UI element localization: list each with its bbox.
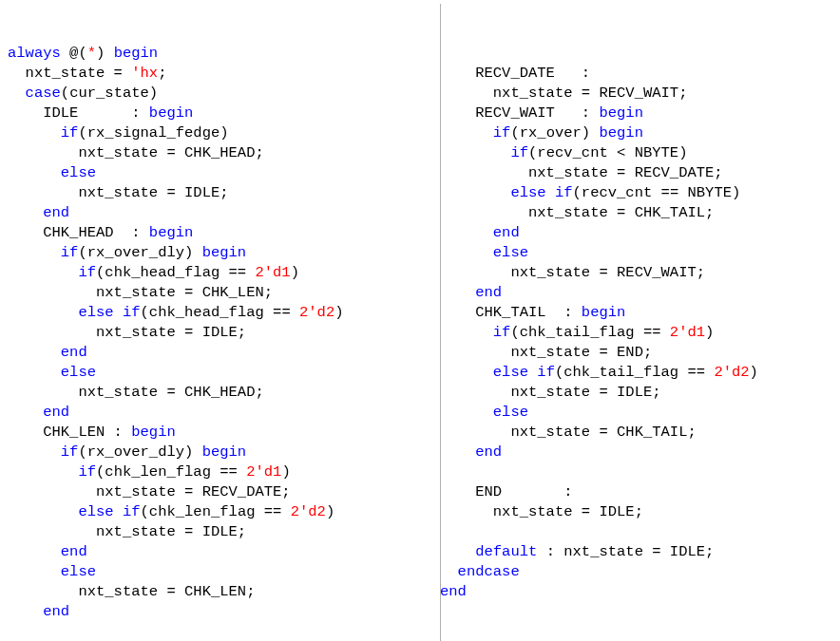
code-line: end [8,203,430,223]
code-block-left: always @(*) begin nxt_state = 'hx; case(… [8,44,430,622]
code-line: end [440,283,832,303]
code-line [440,462,832,482]
code-text: (recv_cnt < NBYTE) [528,144,687,161]
keyword: case [26,85,61,102]
number-literal: 2'd1 [670,324,705,341]
number-literal: 2'd2 [299,304,334,321]
code-text: nxt_state = IDLE; [8,324,246,341]
code-line: else if(chk_len_flag == 2'd2) [8,502,430,522]
keyword: if [61,124,79,141]
keyword: if [510,144,528,161]
code-text [8,364,61,381]
code-text [8,404,43,421]
code-line: nxt_state = CHK_LEN; [8,283,430,303]
code-line: if(rx_over) begin [440,123,832,143]
code-line: nxt_state = CHK_TAIL; [440,423,832,443]
keyword: if [123,304,141,321]
code-text: (chk_head_flag == [141,304,299,321]
code-line: end [8,542,430,562]
code-text: ) [96,45,114,62]
code-line: nxt_state = CHK_HEAD; [8,383,430,403]
keyword: else [61,364,96,381]
code-text [114,304,123,321]
keyword: end [61,543,87,560]
number-literal: 2'd1 [246,463,281,481]
code-text: (recv_cnt == NBYTE) [573,184,741,201]
code-line: if(rx_over_dly) begin [8,243,430,263]
code-text [8,304,78,321]
code-line: if(chk_head_flag == 2'd1) [8,263,430,283]
code-line: else if(chk_head_flag == 2'd2) [8,303,430,323]
keyword: begin [202,443,247,461]
code-line: IDLE : begin [8,104,430,123]
code-text [8,443,61,461]
keyword: if [555,184,573,201]
code-text: @( [61,45,87,62]
code-line: else [8,163,430,183]
keyword: else [493,364,528,381]
keyword: begin [131,424,176,441]
code-text [8,563,61,580]
code-text [8,85,26,102]
code-text: (chk_tail_flag == [555,364,714,381]
code-text: CHK_TAIL : [440,304,582,321]
keyword: end [43,404,69,421]
code-column-right: RECV_DATE : nxt_state = RECV_WAIT; RECV_… [440,4,832,641]
code-text: (cur_state) [61,85,158,102]
code-text [440,224,493,241]
number-literal: * [87,45,96,62]
code-line: else [440,403,832,423]
code-line: if(chk_len_flag == 2'd1) [8,462,430,482]
keyword: else [61,164,96,181]
code-text [8,543,61,560]
code-line: end [440,582,832,602]
keyword: begin [599,104,643,122]
keyword: if [61,443,79,461]
keyword: end [475,284,502,301]
code-text: (chk_len_flag == [141,503,291,520]
keyword: begin [114,45,159,62]
keyword: end [493,224,520,241]
code-text [440,364,493,381]
code-block-right: RECV_DATE : nxt_state = RECV_WAIT; RECV_… [440,64,832,602]
code-text [440,244,493,261]
code-text [440,124,493,141]
code-line: default : nxt_state = IDLE; [440,542,832,562]
code-line: nxt_state = RECV_WAIT; [440,263,832,283]
code-line: nxt_state = CHK_TAIL; [440,203,832,223]
keyword: default [475,543,537,560]
keyword: if [493,124,511,141]
code-text: (rx_over) [510,124,599,141]
code-text: nxt_state = RECV_DATE; [8,483,291,500]
code-line: else if(recv_cnt == NBYTE) [440,183,832,203]
code-text: (rx_over_dly) [78,443,201,461]
code-line: always @(*) begin [8,44,430,64]
code-text: nxt_state = IDLE; [8,523,246,540]
code-line: else if(chk_tail_flag == 2'd2) [440,363,832,383]
code-text: CHK_HEAD : [8,224,149,241]
keyword: begin [582,304,626,321]
keyword: end [43,603,69,620]
code-text [528,364,537,381]
code-text: (rx_signal_fedge) [78,124,228,141]
code-text: nxt_state = CHK_LEN; [8,284,273,301]
code-text: (chk_tail_flag == [510,324,669,341]
keyword: else [78,503,113,520]
code-text [440,543,475,560]
code-line: nxt_state = IDLE; [8,522,430,542]
keyword: begin [149,104,194,122]
code-text [440,443,475,461]
keyword: if [493,324,511,341]
keyword: if [78,463,96,481]
code-line: CHK_HEAD : begin [8,223,430,243]
code-text: nxt_state = CHK_HEAD; [8,144,264,161]
code-line: nxt_state = RECV_DATE; [440,163,832,183]
code-text: nxt_state = RECV_DATE; [440,164,723,181]
code-line: end [440,443,832,462]
code-text: ) [334,304,343,321]
keyword: end [43,204,69,221]
code-text [546,184,555,201]
keyword: if [61,244,79,261]
keyword: end [440,583,467,600]
keyword: begin [149,224,194,241]
